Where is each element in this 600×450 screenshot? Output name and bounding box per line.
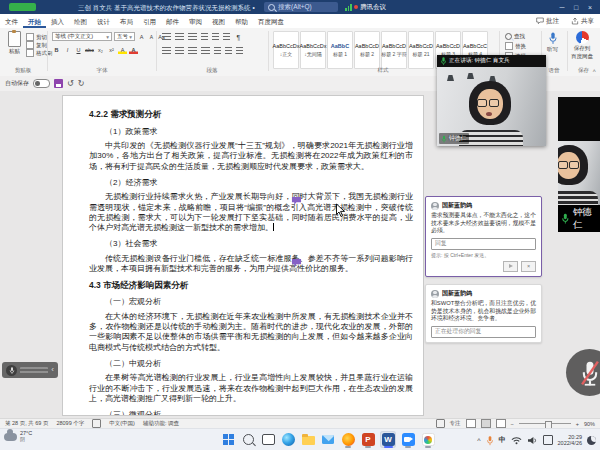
find-button[interactable]: 查找 [505,32,526,40]
collapse-chevron-icon[interactable]: ‹ [51,366,54,374]
web-layout-button[interactable] [496,419,506,428]
comment-anchor-icon[interactable] [291,196,302,206]
powerpoint-app[interactable]: P [360,431,376,448]
justify-icon[interactable] [201,47,210,55]
align-left-icon[interactable] [162,47,171,55]
pen-touch-icon[interactable] [543,435,553,445]
tab-file[interactable]: 文件 [0,15,23,28]
bullets-icon[interactable] [162,33,171,41]
comment-anchor-icon[interactable] [291,258,302,268]
comment-reply-input[interactable]: 正在处理你的回复 [431,326,536,338]
tencent-meeting-app[interactable] [400,431,416,448]
print-layout-button[interactable] [481,419,491,428]
tab-insert[interactable]: 插入 [46,15,69,28]
superscript-button[interactable]: x² [107,45,116,54]
font-name-select[interactable]: 等线 (中文正文)▾ [52,32,112,41]
tab-help[interactable]: 帮助 [230,15,253,28]
tab-home[interactable]: 开始 [23,15,46,28]
redo-button[interactable]: ↻ [78,79,85,88]
highlight-color-button[interactable]: A [118,45,127,54]
tab-mailings[interactable]: 邮件 [161,15,184,28]
font-color-button[interactable]: A [129,45,138,54]
language-indicator[interactable]: 中文(中国) [109,420,135,427]
zoom-in-button[interactable]: + [576,421,579,427]
comment-cancel-button[interactable]: × [521,261,536,272]
multilevel-list-icon[interactable] [188,33,197,41]
tab-draw[interactable]: 绘图 [69,15,92,28]
zoom-out-button[interactable]: − [511,421,514,427]
photos-app[interactable] [420,431,436,448]
style-chip-no-spacing[interactable]: AaBbCcDx↓无间隔 [300,31,326,69]
file-explorer-app[interactable] [300,431,316,448]
sort-icon[interactable] [223,33,230,41]
tab-layout[interactable]: 布局 [115,15,138,28]
cut-button[interactable]: 剪切 [26,33,53,41]
shading-icon[interactable] [225,47,232,55]
save-to-baidu-button[interactable]: 保存到 百度网盘 [571,31,593,60]
tray-expand-chevron[interactable]: ^ [477,437,480,444]
style-chip-heading1[interactable]: AaBbC标题 1 [327,31,353,69]
edge-app[interactable] [280,431,296,448]
decrease-indent-icon[interactable] [201,33,208,41]
increase-indent-icon[interactable] [212,33,219,41]
style-chip-heading2-char[interactable]: AaBbCcD标题 2 字符 [381,31,407,69]
comment-card[interactable]: 国新蓝韵鸽 需求预测要具体点，不能太西化之，这个技术要来多大经济效益要说明，规模… [425,196,542,277]
tab-review[interactable]: 审阅 [184,15,207,28]
italic-button[interactable]: I [63,45,72,54]
tab-baidu-netdisk[interactable]: 百度网盘 [253,15,289,28]
autosave-toggle[interactable] [33,79,50,88]
format-painter-button[interactable]: 格式刷 [26,49,53,57]
restore-button[interactable]: □ [569,4,583,11]
word-count[interactable]: 28099 个字 [56,420,84,427]
tab-references[interactable]: 引用 [138,15,161,28]
wifi-icon[interactable] [511,436,522,445]
replace-button[interactable]: 替换 [505,42,526,50]
meeting-floating-window[interactable]: 正在讲话: 钟德仁 肖文兵 钟德仁 [437,55,546,146]
page-indicator[interactable]: 第 28 页, 共 69 页 [5,420,48,427]
ime-indicator[interactable]: 中 [499,435,506,445]
task-view-button[interactable] [260,431,276,448]
comment-reply-input[interactable]: 回复 [431,238,536,250]
strikethrough-button[interactable]: abc [85,45,94,54]
collapse-ribbon-button[interactable]: ˄ [592,68,596,74]
numbering-icon[interactable] [175,33,184,41]
floating-voice-bar[interactable]: ‹ [2,362,58,378]
do-not-disturb-icon[interactable] [587,436,596,445]
volume-icon[interactable] [527,436,538,445]
firefox-app[interactable] [340,431,356,448]
meeting-status-badge[interactable]: 腾讯会议 [345,3,386,12]
word-app-active[interactable]: W [380,431,396,448]
read-mode-button[interactable] [466,419,476,428]
dictate-button[interactable]: 听写 [547,31,558,53]
zoom-slider[interactable] [519,423,571,424]
taskbar-clock[interactable]: 20:29 2022/4/26 [558,434,582,446]
minimize-button[interactable]: ─ [555,4,569,11]
focus-label[interactable]: 专注 [450,420,461,427]
underline-button[interactable]: U [74,45,83,54]
align-center-icon[interactable] [175,47,184,55]
taskbar-weather-widget[interactable]: 27°C 阴 [4,431,32,443]
font-size-select[interactable]: 五号▾ [114,32,135,41]
tray-mic-icon[interactable] [486,435,494,446]
close-button[interactable]: × [583,4,597,11]
shrink-font-button[interactable]: A [147,32,156,41]
comments-button[interactable]: 批注 [530,17,565,26]
style-chip-heading21[interactable]: AaBbCcD标题 21 [408,31,434,69]
taskbar-search-button[interactable] [240,431,256,448]
align-right-icon[interactable] [188,47,197,55]
meeting-side-tile[interactable]: 钟德仁 [558,97,600,232]
style-chip-heading2[interactable]: AaBbCcD标题 2 [354,31,380,69]
copy-button[interactable]: 复制 [26,41,53,49]
line-spacing-icon[interactable] [214,47,221,55]
tab-design[interactable]: 设计 [92,15,115,28]
zoom-level[interactable]: 90% [584,421,595,427]
mail-app[interactable] [320,431,336,448]
grow-font-button[interactable]: A [137,32,146,41]
paste-button[interactable]: 粘贴 [8,31,21,55]
pilcrow-icon[interactable]: ¶ [234,33,243,42]
subscript-button[interactable]: x₂ [96,45,105,54]
style-chip-normal[interactable]: AaBbCcDx↓正文 [273,31,299,69]
start-button[interactable] [220,431,236,448]
accessibility-status[interactable]: 辅助功能: 调查 [143,420,179,427]
share-button[interactable]: 共享 [565,17,600,26]
